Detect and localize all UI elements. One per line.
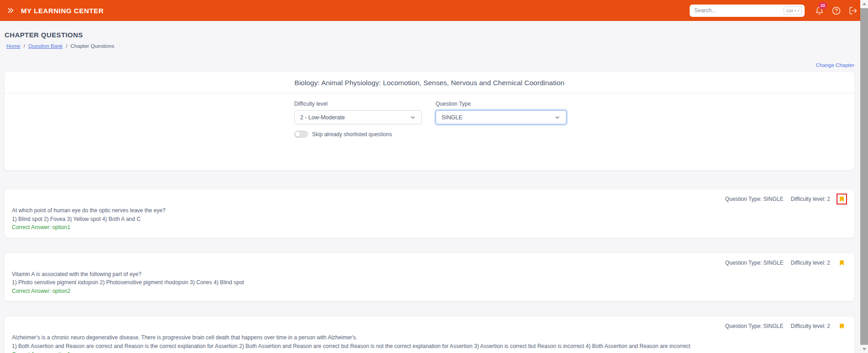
skip-shortlisted-toggle[interactable] — [294, 131, 308, 138]
breadcrumb-separator: / — [66, 43, 67, 49]
question-type-select[interactable]: SINGLE — [436, 110, 567, 124]
breadcrumb-current: Chapter Questions — [71, 43, 114, 49]
change-chapter-link[interactable]: Change Chapter — [816, 62, 854, 68]
question-options: 1) Photo sensitive pigment iodopsin 2) P… — [12, 279, 847, 287]
question-type-badge: Question Type: SINGLE — [725, 323, 784, 329]
search-shortcut-hint: Ctrl + / — [784, 6, 802, 15]
breadcrumb-home-link[interactable]: Home — [6, 43, 21, 49]
question-meta: Question Type: SINGLE Difficulty level: … — [12, 257, 847, 268]
question-type-badge: Question Type: SINGLE — [725, 196, 784, 202]
breadcrumb-question-bank-link[interactable]: Question Bank — [28, 43, 62, 49]
bookmark-button[interactable] — [837, 257, 847, 268]
question-type-value: SINGLE — [442, 114, 463, 121]
difficulty-level-label: Difficulty level — [294, 101, 422, 107]
bookmark-icon — [839, 195, 845, 203]
scroll-up-arrow[interactable] — [860, 0, 868, 8]
logout-button[interactable] — [849, 6, 858, 15]
sidebar-expand-icon[interactable] — [6, 7, 15, 14]
difficulty-level-value: 2 - Low-Moderate — [300, 114, 345, 121]
difficulty-badge: Difficulty level: 2 — [791, 260, 830, 266]
bookmark-button[interactable] — [837, 194, 847, 205]
skip-shortlisted-toggle-label: Skip already shorlisted questions — [312, 131, 392, 138]
question-options: 1) Both Assertion and Reason are correct… — [12, 343, 847, 351]
question-text: Alzheimer's is a chronic neuro degenerat… — [12, 334, 847, 342]
search-input[interactable] — [694, 7, 784, 14]
question-card: Question Type: SINGLE Difficulty level: … — [5, 253, 854, 302]
scrollbar-thumb[interactable] — [860, 8, 868, 345]
help-icon — [832, 6, 841, 15]
difficulty-badge: Difficulty level: 2 — [791, 196, 830, 202]
question-options: 1) Blind spot 2) Fovea 3) Yellow spot 4)… — [12, 215, 847, 224]
question-text: At which point of human eye do the optic… — [12, 207, 847, 215]
question-card: Question Type: SINGLE Difficulty level: … — [5, 317, 854, 353]
chapter-title: Biology: Animal Physiology: Locomotion, … — [5, 72, 854, 93]
vertical-scrollbar[interactable] — [860, 0, 868, 353]
breadcrumb: Home / Question Bank / Chapter Questions — [6, 43, 854, 49]
scroll-down-arrow[interactable] — [860, 345, 868, 353]
bookmark-icon — [839, 322, 845, 330]
main-content: CHAPTER QUESTIONS Home / Question Bank /… — [0, 21, 868, 353]
correct-answer: Correct Answer: option2 — [12, 287, 847, 296]
question-list: Question Type: SINGLE Difficulty level: … — [5, 189, 854, 353]
search-box[interactable]: Ctrl + / — [690, 5, 805, 17]
filter-card: Biology: Animal Physiology: Locomotion, … — [5, 72, 854, 170]
chevron-down-icon — [554, 114, 561, 121]
question-card: Question Type: SINGLE Difficulty level: … — [5, 189, 854, 238]
question-type-label: Question Type — [436, 101, 567, 107]
correct-answer: Correct Answer: option1 — [12, 224, 847, 232]
question-text: Vitamin A is associated with the followi… — [12, 271, 847, 279]
bookmark-icon — [839, 259, 845, 266]
page-title: CHAPTER QUESTIONS — [5, 31, 854, 39]
question-body: At which point of human eye do the optic… — [12, 207, 847, 232]
app-header: MY LEARNING CENTER Ctrl + / 22 — [0, 0, 868, 21]
question-body: Alzheimer's is a chronic neuro degenerat… — [12, 334, 847, 353]
difficulty-badge: Difficulty level: 2 — [791, 323, 830, 329]
help-button[interactable] — [832, 6, 841, 15]
app-title: MY LEARNING CENTER — [21, 7, 104, 15]
question-meta: Question Type: SINGLE Difficulty level: … — [12, 321, 847, 332]
difficulty-level-select[interactable]: 2 - Low-Moderate — [294, 110, 422, 124]
correct-answer: Correct Answer: option1 — [12, 351, 847, 353]
question-type-badge: Question Type: SINGLE — [725, 260, 784, 266]
logout-icon — [849, 6, 858, 15]
chevron-down-icon — [410, 114, 416, 121]
toggle-knob — [295, 131, 301, 137]
notifications-button[interactable]: 22 — [815, 6, 824, 15]
notification-count-badge: 22 — [819, 2, 827, 9]
question-body: Vitamin A is associated with the followi… — [12, 271, 847, 296]
question-meta: Question Type: SINGLE Difficulty level: … — [12, 194, 847, 205]
breadcrumb-separator: / — [24, 43, 25, 49]
bookmark-button[interactable] — [837, 321, 847, 332]
